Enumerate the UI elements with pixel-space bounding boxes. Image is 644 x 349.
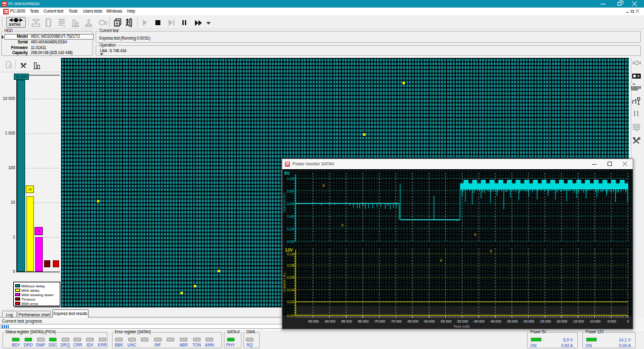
svg-text:0,00: 0,00 — [287, 314, 294, 318]
svg-text:0,60: 0,60 — [287, 202, 294, 206]
svg-text:-10 000: -10 000 — [589, 319, 601, 323]
svg-text:0,04: 0,04 — [287, 288, 294, 292]
svg-text:0,80: 0,80 — [287, 189, 294, 193]
svg-text:-70 000: -70 000 — [390, 319, 402, 323]
svg-text:-5 000: -5 000 — [606, 319, 616, 323]
svg-text:-85 000: -85 000 — [340, 319, 352, 323]
svg-text:-50 000: -50 000 — [457, 319, 469, 323]
svg-text:-95 000: -95 000 — [307, 319, 319, 323]
svg-text:-30 000: -30 000 — [523, 319, 535, 323]
svg-text:-25 000: -25 000 — [539, 319, 551, 323]
svg-text:Time (mS): Time (mS) — [453, 324, 470, 328]
svg-text:-80 000: -80 000 — [357, 319, 369, 323]
svg-text:-65 000: -65 000 — [407, 319, 419, 323]
svg-text:0,06: 0,06 — [287, 275, 294, 279]
svg-text:-55 000: -55 000 — [440, 319, 452, 323]
svg-text:-35 000: -35 000 — [506, 319, 518, 323]
svg-text:Current ( A ): Current ( A ) — [282, 273, 286, 292]
svg-text:-45 000: -45 000 — [473, 319, 485, 323]
svg-text:5V: 5V — [284, 171, 290, 175]
svg-text:Current ( A ): Current ( A ) — [282, 193, 286, 212]
svg-text:-75 000: -75 000 — [374, 319, 386, 323]
svg-text:0,08: 0,08 — [287, 263, 294, 267]
svg-text:-20 000: -20 000 — [556, 319, 568, 323]
svg-text:0,00: 0,00 — [287, 240, 294, 243]
svg-text:0,02: 0,02 — [287, 300, 294, 304]
svg-text:-40 000: -40 000 — [489, 319, 501, 323]
svg-text:-90 000: -90 000 — [324, 319, 336, 323]
svg-text:0,40: 0,40 — [287, 214, 294, 218]
svg-text:-15 000: -15 000 — [572, 319, 584, 323]
svg-text:0: 0 — [627, 319, 629, 323]
svg-text:0,20: 0,20 — [287, 227, 294, 231]
svg-text:12V: 12V — [285, 248, 293, 252]
svg-text:1,00: 1,00 — [287, 177, 294, 180]
svg-text:0,10: 0,10 — [287, 252, 294, 256]
svg-text:-60 000: -60 000 — [423, 319, 435, 323]
